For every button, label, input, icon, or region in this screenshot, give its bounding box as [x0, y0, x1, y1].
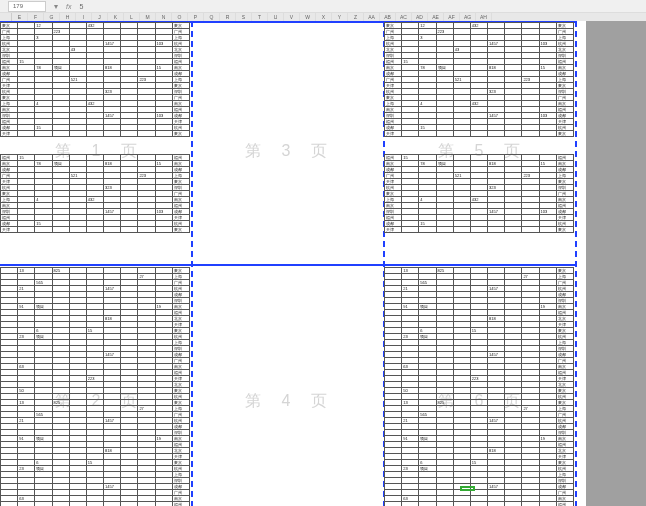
cell[interactable]: [1, 502, 18, 507]
col-header-AF[interactable]: AF: [444, 13, 460, 21]
cell[interactable]: 福州: [172, 502, 189, 507]
col-header-X[interactable]: X: [316, 13, 332, 21]
cell[interactable]: [52, 227, 69, 233]
col-header-E[interactable]: E: [12, 13, 28, 21]
cell[interactable]: [522, 131, 539, 137]
cell[interactable]: [453, 131, 470, 137]
cell[interactable]: [121, 227, 138, 233]
cell[interactable]: [539, 131, 556, 137]
col-header-T[interactable]: T: [252, 13, 268, 21]
cell[interactable]: [155, 227, 172, 233]
select-all-corner[interactable]: [0, 13, 12, 21]
col-header-O[interactable]: O: [172, 13, 188, 21]
dropdown-icon[interactable]: ▾: [54, 2, 58, 11]
cell[interactable]: 天津: [1, 131, 18, 137]
page-break-horizontal[interactable]: [0, 264, 575, 266]
col-header-H[interactable]: H: [60, 13, 76, 21]
col-header-M[interactable]: M: [140, 13, 156, 21]
cell[interactable]: [488, 502, 505, 507]
cell[interactable]: [155, 502, 172, 507]
cell[interactable]: [69, 227, 86, 233]
cell[interactable]: [86, 502, 103, 507]
cell[interactable]: [436, 227, 453, 233]
col-header-K[interactable]: K: [108, 13, 124, 21]
col-header-J[interactable]: J: [92, 13, 108, 21]
cell[interactable]: [121, 131, 138, 137]
canvas[interactable]: 第 1 页 第 2 页 第 3 页 第 4 页 第 5 页 第 6 页 東京12…: [0, 21, 646, 506]
cell[interactable]: [385, 502, 402, 507]
cell[interactable]: [436, 131, 453, 137]
cell[interactable]: [505, 502, 522, 507]
cell[interactable]: [69, 502, 86, 507]
cell[interactable]: [539, 502, 556, 507]
cell[interactable]: [35, 131, 52, 137]
cell[interactable]: [86, 227, 103, 233]
cell[interactable]: [104, 502, 121, 507]
grid-page5b[interactable]: 福州15福州南京78项目81815南京成都成都广州521223上海天津東京杭州3…: [384, 154, 574, 233]
col-header-Y[interactable]: Y: [332, 13, 348, 21]
col-header-AH[interactable]: AH: [476, 13, 492, 21]
cell[interactable]: [69, 131, 86, 137]
cell[interactable]: 福州: [556, 502, 573, 507]
cell[interactable]: [488, 227, 505, 233]
col-header-G[interactable]: G: [44, 13, 60, 21]
cell[interactable]: [453, 227, 470, 233]
cell[interactable]: [18, 131, 35, 137]
cell[interactable]: [522, 502, 539, 507]
cell[interactable]: [138, 131, 155, 137]
cell[interactable]: [522, 227, 539, 233]
cell[interactable]: [86, 131, 103, 137]
cell[interactable]: [402, 131, 419, 137]
grid-page1[interactable]: 東京12432東京广州223广州上海3上海杭州1457103杭州北京43北京深圳…: [0, 22, 190, 137]
cell[interactable]: [539, 227, 556, 233]
col-header-AB[interactable]: AB: [380, 13, 396, 21]
cell[interactable]: 東京: [172, 131, 189, 137]
col-header-N[interactable]: N: [156, 13, 172, 21]
cell[interactable]: 天津: [1, 227, 18, 233]
cell[interactable]: [419, 502, 436, 507]
col-header-Q[interactable]: Q: [204, 13, 220, 21]
col-header-AG[interactable]: AG: [460, 13, 476, 21]
cell[interactable]: [470, 227, 487, 233]
col-header-S[interactable]: S: [236, 13, 252, 21]
cell[interactable]: [104, 131, 121, 137]
cell[interactable]: [470, 131, 487, 137]
cell[interactable]: 東京: [172, 227, 189, 233]
col-header-R[interactable]: R: [220, 13, 236, 21]
cell[interactable]: [436, 502, 453, 507]
cell[interactable]: [453, 502, 470, 507]
cell[interactable]: [470, 502, 487, 507]
cell[interactable]: [18, 227, 35, 233]
cell[interactable]: [52, 502, 69, 507]
col-header-P[interactable]: P: [188, 13, 204, 21]
cell[interactable]: [505, 227, 522, 233]
cell[interactable]: 東京: [556, 227, 573, 233]
cell[interactable]: [419, 227, 436, 233]
col-header-V[interactable]: V: [284, 13, 300, 21]
cell[interactable]: 天津: [385, 227, 402, 233]
cell[interactable]: [104, 227, 121, 233]
col-header-U[interactable]: U: [268, 13, 284, 21]
col-header-F[interactable]: F: [28, 13, 44, 21]
col-header-W[interactable]: W: [300, 13, 316, 21]
cell[interactable]: 天津: [385, 131, 402, 137]
cell[interactable]: [35, 227, 52, 233]
cell[interactable]: [138, 227, 155, 233]
cell[interactable]: [402, 502, 419, 507]
col-header-I[interactable]: I: [76, 13, 92, 21]
cell[interactable]: [505, 131, 522, 137]
col-header-AA[interactable]: AA: [364, 13, 380, 21]
grid-page6[interactable]: 13825東京27上海565广州211457杭州成都深圳91项目19南京福州81…: [384, 267, 574, 506]
cell[interactable]: 東京: [556, 131, 573, 137]
cell[interactable]: [121, 502, 138, 507]
page-break-vertical-3[interactable]: [575, 21, 577, 506]
col-header-AC[interactable]: AC: [396, 13, 412, 21]
formula-value[interactable]: 5: [79, 3, 83, 10]
cell[interactable]: [155, 131, 172, 137]
cell[interactable]: [419, 131, 436, 137]
col-header-AD[interactable]: AD: [412, 13, 428, 21]
grid-page1b[interactable]: 福州15福州南京78项目81815南京成都成都广州521223上海天津東京杭州3…: [0, 154, 190, 233]
cell[interactable]: [52, 131, 69, 137]
grid-page5[interactable]: 東京12432東京广州223广州上海3上海杭州1457103杭州北京43北京深圳…: [384, 22, 574, 137]
sheet-area[interactable]: 第 1 页 第 2 页 第 3 页 第 4 页 第 5 页 第 6 页 東京12…: [0, 21, 646, 506]
